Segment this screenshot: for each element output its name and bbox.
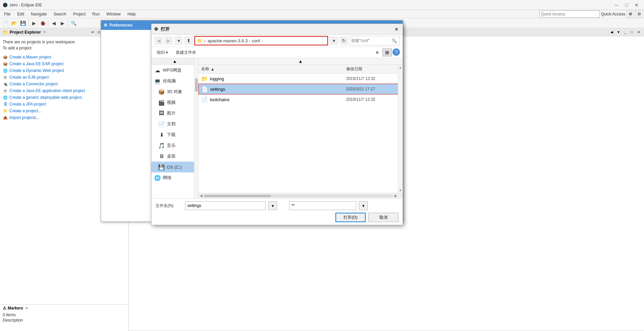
panel-sync-btn[interactable]: ⇄ (90, 30, 95, 35)
file-date-toolchains: 2019/11/7 12:32 (346, 97, 400, 102)
toolbar-btn-run[interactable]: ▶ (30, 19, 38, 27)
osc-icon: 💾 (158, 164, 165, 170)
fd-hscroll[interactable]: ◀ ▶ (198, 193, 403, 198)
outline-panel-btn-2[interactable]: ▼ (616, 30, 621, 35)
toolbar-btn-open[interactable]: 📂 (10, 19, 18, 27)
addr-path-part-1: apache-maven-3.6.3 (208, 38, 247, 43)
addr-back-btn[interactable]: ◀ (154, 36, 163, 45)
sidebar-item-osc[interactable]: 💾 OS (C:) (151, 162, 198, 172)
vscroll-up-btn[interactable]: ▲ (399, 65, 402, 69)
sidebar-item-desktop[interactable]: 🖥 桌面 (151, 151, 198, 162)
addr-path-sep-1: « (204, 38, 206, 43)
view-help-btn[interactable]: ? (393, 48, 400, 56)
filetype-dropdown-btn[interactable]: ▾ (359, 201, 368, 210)
addr-dropdown-btn[interactable]: ▾ (174, 36, 183, 45)
toolbar-btn-forward[interactable]: ▶ (58, 19, 66, 27)
menu-edit[interactable]: Edit (14, 11, 27, 17)
menu-run[interactable]: Run (90, 11, 102, 17)
toolbar-btn-search[interactable]: 🔍 (70, 19, 78, 27)
sidebar-item-pictures[interactable]: 🖼 图片 (151, 108, 198, 119)
hscroll-right-btn[interactable]: ▶ (395, 194, 397, 198)
addr-forward-btn[interactable]: ▶ (164, 36, 173, 45)
outline-panel-btn-5[interactable]: ✕ (636, 30, 641, 35)
sidebar-scroll-up[interactable]: ▲ (151, 58, 198, 65)
toolbar-btn-save[interactable]: 💾 (19, 19, 27, 27)
view-details-btn[interactable]: ⊞ (382, 48, 392, 56)
organize-btn[interactable]: 组织 ▾ (154, 49, 171, 56)
outline-panel-btn-1[interactable]: ◀ (609, 30, 614, 35)
create-javaee-client-icon: ☕ (3, 88, 8, 93)
quick-access-area: Quick Access ⊞ ⊟ (539, 10, 643, 18)
outline-panel-btn-4[interactable]: □ (629, 30, 635, 35)
search-input[interactable] (351, 38, 392, 43)
cancel-button-label: 取消 (379, 215, 387, 220)
sidebar-item-desktop-label: 桌面 (167, 153, 176, 159)
filelist-scroll-up[interactable]: ▲ (198, 58, 403, 65)
organize-label: 组织 ▾ (157, 50, 168, 55)
file-settings-icon: 📄 (201, 86, 208, 92)
quick-access-input[interactable] (539, 10, 600, 18)
view-list-btn[interactable]: ≡ (372, 48, 382, 56)
maximize-button[interactable]: □ (622, 1, 631, 9)
new-folder-btn[interactable]: 新建文件夹 (173, 49, 199, 56)
sidebar-scrollbar[interactable] (194, 58, 198, 198)
file-dialog-toolbar: 组织 ▾ 新建文件夹 ≡ ⊞ ? (151, 47, 403, 58)
cancel-button[interactable]: 取消 (368, 213, 399, 222)
address-path[interactable]: 📁 « apache-maven-3.6.3 › conf › (194, 36, 328, 45)
filename-dropdown-btn[interactable]: ▾ (268, 201, 277, 210)
file-row-settings[interactable]: 📄 settings 2020/3/21 17:17 (198, 84, 403, 94)
file-toolchains-icon: 📄 (201, 96, 208, 103)
create-project-icon: 📁 (3, 108, 8, 114)
menu-navigate[interactable]: Navigate (28, 11, 49, 17)
toolbar-btn-back[interactable]: ◀ (50, 19, 58, 27)
sidebar-item-music[interactable]: 🎵 音乐 (151, 140, 198, 151)
toolbar-btn-debug[interactable]: 🐞 (39, 19, 47, 27)
music-icon: 🎵 (158, 142, 165, 149)
markers-panel: ⚠ Markers ✕ 0 items Description (0, 304, 128, 331)
wps-icon: ☁ (154, 67, 161, 74)
close-button[interactable]: ✕ (632, 1, 641, 9)
hscroll-track[interactable] (204, 195, 393, 197)
resize-grip[interactable]: ⋱ (397, 218, 402, 224)
addr-path-dropdown-btn[interactable]: ▾ (329, 36, 338, 45)
menu-window[interactable]: Window (104, 11, 124, 17)
filename-input[interactable] (185, 201, 266, 210)
menu-search[interactable]: Search (51, 11, 69, 17)
create-ejb-icon: ☕ (3, 75, 8, 80)
sidebar-item-downloads[interactable]: ⬇ 下载 (151, 129, 198, 140)
toolbar-icon-btn-2[interactable]: ⊟ (635, 10, 643, 18)
addr-up-btn[interactable]: ⬆ (184, 36, 193, 45)
menu-project[interactable]: Project (70, 11, 88, 17)
sidebar-item-docs[interactable]: 📄 文档 (151, 119, 198, 129)
menu-help[interactable]: Help (125, 11, 139, 17)
sidebar-item-3d[interactable]: 📦 3D 对象 (151, 86, 198, 97)
project-explorer-title: Project Explorer (10, 30, 41, 35)
file-row-toolchains[interactable]: 📄 toolchains 2019/11/7 12:32 (198, 94, 403, 105)
sidebar-item-video[interactable]: 🎬 视频 (151, 97, 198, 108)
address-search[interactable]: 🔍 (350, 36, 400, 45)
sidebar-item-wps[interactable]: ☁ WPS网盘 (151, 65, 198, 76)
vscroll-down-btn[interactable]: ▼ (399, 189, 402, 193)
sidebar-item-network[interactable]: 🌐 网络 (151, 172, 198, 183)
file-row-logging[interactable]: 📁 logging 2019/11/7 12:32 (198, 74, 403, 84)
docs-icon: 📄 (158, 121, 165, 127)
title-bar-left: 🌑 zero - Eclipse IDE (3, 3, 42, 7)
menu-file[interactable]: File (1, 11, 13, 17)
addr-path-folder-icon: 📁 (197, 38, 202, 43)
hscroll-left-btn[interactable]: ◀ (200, 194, 202, 198)
minimize-button[interactable]: ─ (612, 1, 621, 9)
toolbar-btn-new[interactable]: 📄 (1, 19, 9, 27)
vscroll[interactable]: ▲ ▼ (398, 65, 403, 193)
toolbar-icon-btn-1[interactable]: ⊞ (627, 10, 634, 18)
filetype-input[interactable] (289, 201, 356, 210)
addr-refresh-btn[interactable]: ↻ (339, 36, 348, 45)
file-dialog-close-btn[interactable]: ✕ (393, 26, 400, 33)
sidebar-item-pc[interactable]: 💻 此电脑 (151, 76, 198, 86)
preferences-title: Preferences (109, 23, 133, 28)
file-dialog-body: ▲ ☁ WPS网盘 💻 此电脑 📦 3D 对象 🎬 视频 🖼 图片 (151, 58, 403, 198)
title-bar-controls: ─ □ ✕ (612, 1, 641, 9)
create-maven-label: Create a Maven project (9, 55, 51, 59)
outline-panel-btn-3[interactable]: _ (623, 30, 628, 35)
create-connector-label: Create a Connector project (9, 82, 58, 86)
open-button[interactable]: 打开(O) (335, 213, 366, 222)
